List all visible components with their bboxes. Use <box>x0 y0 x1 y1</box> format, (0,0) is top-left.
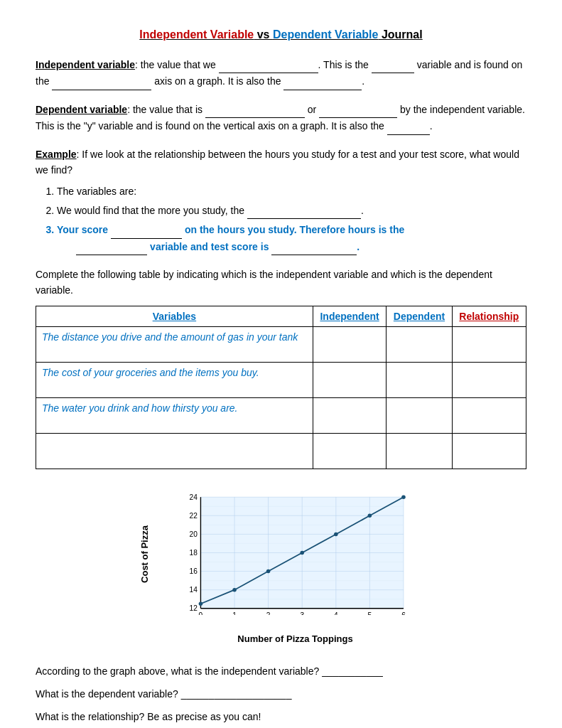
svg-text:14: 14 <box>189 586 198 594</box>
svg-text:18: 18 <box>189 549 198 557</box>
ind-blank2 <box>372 57 414 73</box>
svg-point-40 <box>300 550 304 555</box>
example-list: The variables are: We would find that th… <box>57 183 526 255</box>
col-header-independent: Independent <box>313 306 387 326</box>
table-cell-rel-4 <box>452 433 526 469</box>
table-cell-rel-3 <box>452 397 526 433</box>
table-cell-var-3: The water you drink and how thirsty you … <box>36 397 313 433</box>
example-label: Example <box>36 149 77 160</box>
chart-svg: 24 22 20 18 16 14 12 0 1 2 3 4 5 6 <box>168 491 423 615</box>
example-blank-3c <box>271 239 357 255</box>
dependent-definition: Dependent variable: the value that is or… <box>36 102 526 135</box>
svg-text:3: 3 <box>300 611 304 614</box>
example-blank-3b <box>76 239 147 255</box>
dep-blank3 <box>387 118 430 134</box>
svg-point-39 <box>266 569 270 573</box>
table-cell-dep-2 <box>387 362 452 397</box>
col-header-dependent: Dependent <box>387 306 452 326</box>
table-cell-ind-1 <box>313 326 387 362</box>
title-journal: Journal <box>378 28 422 41</box>
table-row: The cost of your groceries and the items… <box>36 362 526 397</box>
dep-text2: or <box>305 104 319 115</box>
ind-text5: . <box>362 75 364 87</box>
table-cell-ind-4 <box>313 433 387 469</box>
bottom-questions: According to the graph above, what is th… <box>36 661 526 727</box>
svg-text:6: 6 <box>401 611 406 614</box>
svg-point-41 <box>334 532 338 536</box>
table-cell-var-1: The distance you drive and the amount of… <box>36 326 313 362</box>
question-2: What is the dependent variable? ________… <box>36 684 526 704</box>
dep-text4: . <box>430 120 433 132</box>
dependent-term: Dependent variable <box>36 104 127 115</box>
ind-blank1 <box>219 57 318 73</box>
table-row <box>36 433 526 469</box>
table-header-row: Variables Independent Dependent Relation… <box>36 306 526 326</box>
svg-point-38 <box>232 588 237 592</box>
example-blank-3a <box>111 222 182 238</box>
example-item-2: We would find that the more you study, t… <box>57 203 526 219</box>
table-intro-text: Complete the following table by indicati… <box>36 267 526 299</box>
dep-text1: : the value that is <box>127 104 205 115</box>
page-title: Independent Variable vs Dependent Variab… <box>36 28 526 41</box>
table-cell-dep-1 <box>387 326 452 362</box>
ind-blank4 <box>283 73 362 90</box>
svg-text:12: 12 <box>189 604 198 612</box>
svg-text:4: 4 <box>334 611 338 614</box>
svg-text:24: 24 <box>189 493 198 501</box>
table-row: The distance you drive and the amount of… <box>36 326 526 362</box>
svg-text:5: 5 <box>367 611 372 614</box>
variables-table: Variables Independent Dependent Relation… <box>36 306 526 469</box>
ind-text2: . This is the <box>318 59 372 70</box>
col-header-variables: Variables <box>36 306 313 326</box>
title-independent: Independent Variable <box>139 28 254 41</box>
dep-blank1 <box>205 102 305 118</box>
ind-text1: : the value that we <box>135 59 219 70</box>
svg-point-43 <box>401 495 406 499</box>
ind-blank3 <box>52 73 151 90</box>
svg-text:1: 1 <box>232 611 237 614</box>
table-cell-var-2: The cost of your groceries and the items… <box>36 362 313 397</box>
col-header-relationship: Relationship <box>452 306 526 326</box>
question-3: What is the relationship? Be as precise … <box>36 707 526 727</box>
table-cell-ind-3 <box>313 397 387 433</box>
table-cell-ind-2 <box>313 362 387 397</box>
table-section: Complete the following table by indicati… <box>36 267 526 469</box>
example-item-3: Your score on the hours you study. There… <box>57 222 526 255</box>
ind-text4: axis on a graph. It is also the <box>151 75 283 87</box>
y-axis-label: Cost of Pizza <box>139 525 150 583</box>
x-axis-label: Number of Pizza Toppings <box>237 633 352 644</box>
title-vs: vs <box>254 28 273 41</box>
table-cell-rel-1 <box>452 326 526 362</box>
svg-text:2: 2 <box>266 611 270 614</box>
table-row: The water you drink and how thirsty you … <box>36 397 526 433</box>
table-cell-rel-2 <box>452 362 526 397</box>
example-item-1: The variables are: <box>57 183 526 199</box>
svg-text:16: 16 <box>189 567 198 575</box>
chart-container: Cost of Pizza <box>36 483 526 647</box>
example-blank-2 <box>247 203 361 219</box>
title-dependent: Dependent Variable <box>273 28 379 41</box>
independent-definition: Independent variable: the value that we … <box>36 57 526 90</box>
table-cell-dep-4 <box>387 433 452 469</box>
svg-text:22: 22 <box>189 512 198 520</box>
svg-text:0: 0 <box>198 611 202 614</box>
example-text: : If we look at the relationship between… <box>36 149 519 176</box>
svg-point-42 <box>367 513 372 518</box>
svg-point-37 <box>198 601 202 606</box>
example-section: Example: If we look at the relationship … <box>36 146 526 255</box>
table-cell-var-4 <box>36 433 313 469</box>
svg-text:20: 20 <box>189 530 198 538</box>
table-cell-dep-3 <box>387 397 452 433</box>
independent-term: Independent variable <box>36 59 135 70</box>
dep-blank2 <box>319 102 397 118</box>
question-1: According to the graph above, what is th… <box>36 661 526 681</box>
chart-wrapper: Cost of Pizza <box>132 483 431 647</box>
